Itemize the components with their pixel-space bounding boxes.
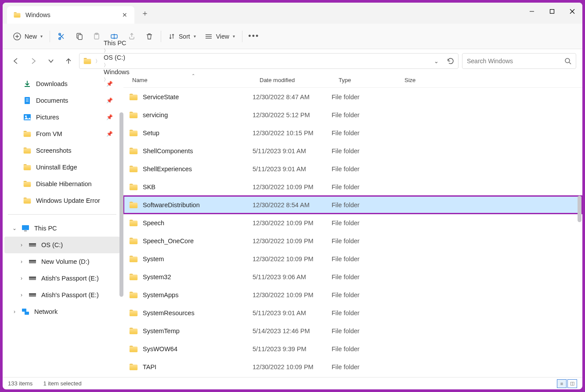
sidebar-item-label: Documents xyxy=(36,97,68,104)
file-type: File folder xyxy=(332,273,397,281)
sidebar-drive[interactable]: ›Atish's Passport (E:) xyxy=(4,287,120,303)
sort-button[interactable]: Sort ▾ xyxy=(164,28,200,45)
table-row[interactable]: ServiceState12/30/2022 8:47 AMFile folde… xyxy=(123,88,582,106)
body: Downloads📌Documents📌Pictures📌From VM📌Scr… xyxy=(3,73,582,377)
column-header-date[interactable]: Date modified xyxy=(260,77,339,83)
file-date: 12/30/2022 10:09 PM xyxy=(253,183,332,191)
file-type: File folder xyxy=(332,327,397,334)
table-row[interactable]: TAPI12/30/2022 10:09 PMFile folder xyxy=(123,358,582,376)
sidebar-this-pc[interactable]: ⌄ This PC xyxy=(4,220,120,237)
more-button[interactable]: ••• xyxy=(245,28,263,45)
file-date: 12/30/2022 10:09 PM xyxy=(253,219,332,227)
file-name: SystemResources xyxy=(143,309,195,316)
thumbnails-view-button[interactable]: ◫ xyxy=(567,379,577,388)
file-date: 12/30/2022 8:54 AM xyxy=(253,201,332,209)
crumb[interactable]: OS (C:) xyxy=(104,54,130,61)
table-row[interactable]: SoftwareDistribution12/30/2022 8:54 AMFi… xyxy=(123,196,582,214)
sidebar-item[interactable]: Screenshots xyxy=(4,142,120,159)
paste-button[interactable] xyxy=(88,28,105,45)
file-date: 5/11/2023 9:39 PM xyxy=(253,345,332,352)
table-row[interactable]: System325/11/2023 9:06 AMFile folder xyxy=(123,268,582,286)
sidebar-item[interactable]: Uninstall Edge xyxy=(4,159,120,176)
new-tab-button[interactable]: ＋ xyxy=(137,5,153,21)
column-header-type[interactable]: Type xyxy=(339,77,404,83)
sidebar-network-label: Network xyxy=(34,308,58,315)
table-row[interactable]: System12/30/2022 10:09 PMFile folder xyxy=(123,250,582,268)
file-date: 5/11/2023 9:01 AM xyxy=(253,165,332,173)
sidebar-item[interactable]: Pictures📌 xyxy=(4,109,120,126)
sidebar-drive-label: Atish's Passport (E:) xyxy=(41,275,99,282)
chevron-down-icon[interactable]: ⌄ xyxy=(434,58,439,65)
svg-line-19 xyxy=(569,62,571,64)
close-button[interactable] xyxy=(562,3,582,20)
table-row[interactable]: SKB12/30/2022 10:09 PMFile folder xyxy=(123,178,582,196)
column-header-name[interactable]: ⌃Name xyxy=(123,77,260,83)
sidebar-item[interactable]: Disable Hibernation xyxy=(4,176,120,192)
forward-button[interactable] xyxy=(26,54,40,68)
scrollbar-thumb[interactable] xyxy=(119,112,123,297)
table-row[interactable]: Speech12/30/2022 10:09 PMFile folder xyxy=(123,214,582,232)
scrollbar-thumb[interactable] xyxy=(578,196,581,222)
drive-icon xyxy=(28,241,37,249)
cut-button[interactable] xyxy=(53,28,70,45)
tab-windows[interactable]: Windows ✕ xyxy=(7,6,134,24)
file-type: File folder xyxy=(332,291,397,298)
back-button[interactable] xyxy=(9,54,23,68)
file-date: 12/30/2022 10:15 PM xyxy=(253,129,332,137)
sidebar: Downloads📌Documents📌Pictures📌From VM📌Scr… xyxy=(3,73,123,377)
sidebar-drive[interactable]: ›New Volume (D:) xyxy=(4,253,120,270)
search-input[interactable] xyxy=(467,58,564,65)
table-row[interactable]: servicing12/30/2022 5:12 PMFile folder xyxy=(123,106,582,124)
chevron-right-icon: › xyxy=(18,259,25,265)
table-row[interactable]: SystemApps12/30/2022 10:09 PMFile folder xyxy=(123,286,582,304)
minimize-button[interactable] xyxy=(522,3,542,20)
maximize-button[interactable] xyxy=(542,3,562,20)
crumb[interactable]: This PC xyxy=(104,40,130,47)
new-button[interactable]: New ▾ xyxy=(9,28,47,45)
view-button[interactable]: View ▾ xyxy=(200,28,239,45)
sidebar-item[interactable]: Downloads📌 xyxy=(4,76,120,92)
pin-icon: 📌 xyxy=(106,131,113,137)
sidebar-drive[interactable]: ›OS (C:) xyxy=(4,237,120,253)
folder-icon xyxy=(129,128,138,138)
folder-icon xyxy=(129,182,138,192)
file-name: System32 xyxy=(143,273,171,281)
sidebar-item[interactable]: From VM📌 xyxy=(4,126,120,142)
delete-button[interactable] xyxy=(141,28,158,45)
sidebar-drive[interactable]: ›Atish's Passport (E:) xyxy=(4,270,120,287)
svg-point-25 xyxy=(25,115,27,117)
column-header-size[interactable]: Size xyxy=(404,77,448,83)
table-row[interactable]: SysWOW645/11/2023 9:39 PMFile folder xyxy=(123,340,582,358)
drive-icon xyxy=(28,291,37,299)
tab-title: Windows xyxy=(25,11,51,18)
sidebar-item[interactable]: Windows Update Error xyxy=(4,192,120,209)
separator xyxy=(50,31,50,42)
file-name: Speech_OneCore xyxy=(143,237,194,245)
copy-button[interactable] xyxy=(70,28,88,45)
chevron-down-icon: ▾ xyxy=(233,34,235,39)
sort-icon xyxy=(168,33,175,40)
sidebar-item-label: Downloads xyxy=(36,80,68,87)
file-type: File folder xyxy=(332,94,397,101)
sidebar-network[interactable]: › Network xyxy=(4,303,120,320)
table-row[interactable]: SystemTemp5/14/2023 12:46 PMFile folder xyxy=(123,322,582,340)
file-date: 5/14/2023 12:46 PM xyxy=(253,327,332,334)
table-row[interactable]: ShellComponents5/11/2023 9:01 AMFile fol… xyxy=(123,142,582,160)
file-type: File folder xyxy=(332,201,397,209)
up-button[interactable] xyxy=(61,54,76,68)
table-row[interactable]: Setup12/30/2022 10:15 PMFile folder xyxy=(123,124,582,142)
table-row[interactable]: ShellExperiences5/11/2023 9:01 AMFile fo… xyxy=(123,160,582,178)
sidebar-item[interactable]: Documents📌 xyxy=(4,92,120,109)
details-view-button[interactable]: ≡ xyxy=(557,379,567,388)
tab-close-button[interactable]: ✕ xyxy=(121,11,128,18)
recent-button[interactable] xyxy=(44,54,58,68)
folder-icon xyxy=(129,272,138,282)
refresh-icon[interactable] xyxy=(447,57,455,65)
copy-icon xyxy=(75,32,83,40)
svg-rect-36 xyxy=(22,309,26,312)
table-row[interactable]: SystemResources5/11/2023 9:01 AMFile fol… xyxy=(123,304,582,322)
separator xyxy=(161,31,161,42)
search-box[interactable] xyxy=(462,53,576,69)
address-bar[interactable]: 〉 This PC 〉 OS (C:) 〉 Windows 〉 ⌄ xyxy=(79,53,459,69)
table-row[interactable]: Speech_OneCore12/30/2022 10:09 PMFile fo… xyxy=(123,232,582,250)
